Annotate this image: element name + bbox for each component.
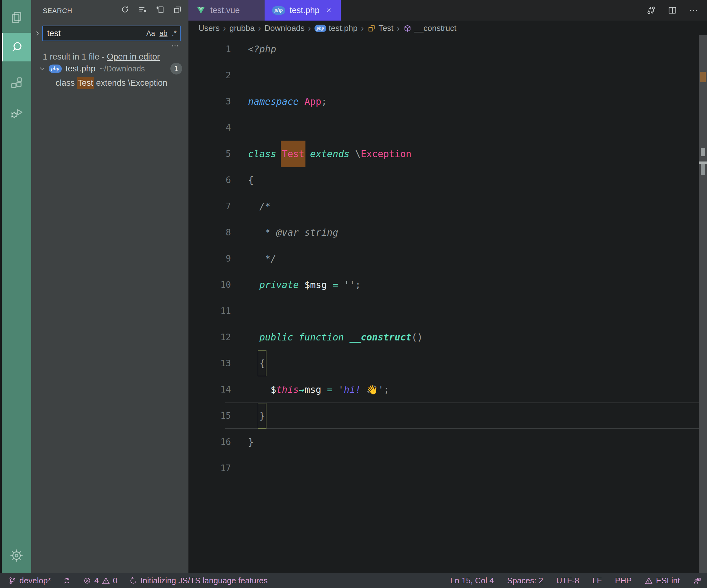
code-editor[interactable]: 1<?php23namespace App;45class Test exten… [189,36,707,481]
code-line-11[interactable]: 11 [189,298,707,324]
overview-mark [701,164,705,175]
line-number: 8 [189,227,231,237]
bracket-match: } [259,410,265,421]
status-cursor-position[interactable]: Ln 15, Col 4 [450,576,494,586]
breadcrumb-item-testphp[interactable]: phptest.php [314,24,358,33]
match-result-row[interactable]: class Test extends \Exception [31,76,189,90]
overview-cursor-line-mark [699,161,707,164]
file-result-row[interactable]: php test.php ~/Downloads 1 [31,62,189,75]
breadcrumb-separator-icon: › [223,24,227,33]
activity-bar-item-settings[interactable] [2,541,31,570]
status-eslint[interactable]: ESLint [645,576,680,586]
status-label: PHP [615,576,632,586]
code-line-16[interactable]: 16} [189,429,707,455]
code-line-17[interactable]: 17 [189,455,707,481]
overview-search-match-mark [700,72,706,82]
open-changes-icon[interactable] [646,5,656,15]
code-line-2[interactable]: 2 [189,62,707,88]
close-icon[interactable] [325,6,333,15]
line-number: 17 [189,463,231,473]
code-line-10[interactable]: 10 private $msg = ''; [189,271,707,298]
result-count-badge: 1 [170,63,182,75]
status-problems[interactable]: 40 [83,576,117,586]
line-number: 7 [189,201,231,211]
debug-icon [9,106,24,120]
code-line-8[interactable]: 8 * @var string [189,219,707,245]
method-sym-icon [403,24,412,33]
clear-search-results-icon[interactable] [137,4,148,15]
match-whole-word-toggle[interactable]: ab [160,29,168,38]
status-feedback[interactable] [693,577,701,585]
line-number: 4 [189,122,231,133]
code-line-14[interactable]: 14 $this→msg = 'hi! 👋'; [189,376,707,403]
code-line-5[interactable]: 5class Test extends \Exception [189,141,707,167]
code-line-4[interactable]: 4 [189,114,707,141]
more-actions-icon[interactable] [688,5,699,15]
class-sym-icon [367,24,376,33]
code-line-9[interactable]: 9 */ [189,245,707,271]
refresh-icon[interactable] [120,4,130,15]
code-line-7[interactable]: 7 /* [189,193,707,219]
open-in-editor-link[interactable]: Open in editor [107,52,160,62]
feedback-icon [693,577,701,585]
breadcrumb-item-construct[interactable]: __construct [403,24,456,33]
breadcrumb-item-Test[interactable]: Test [367,24,394,33]
branch-icon [8,577,16,585]
breadcrumb: Users›grubba›Downloads›phptest.php›Test›… [189,21,707,36]
results-summary: 1 result in 1 file - [43,52,107,62]
breadcrumb-item-Users[interactable]: Users [198,24,220,33]
status-eol[interactable]: LF [593,576,602,586]
sync-icon [63,577,71,585]
status-language-status[interactable]: Initializing JS/TS language features [129,576,268,586]
status-language-mode[interactable]: PHP [615,576,632,586]
status-label: Ln 15, Col 4 [450,576,494,586]
tab-test.php[interactable]: phptest.php [265,0,341,21]
status-indentation[interactable]: Spaces: 2 [507,576,543,586]
php-file-icon: php [49,65,62,73]
code-line-6[interactable]: 6{ [189,167,707,193]
breadcrumb-separator-icon: › [396,24,400,33]
bracket-match: { [259,358,265,369]
overview-mark [701,148,705,156]
use-regex-toggle[interactable]: .* [172,29,177,38]
search-input[interactable] [43,29,146,38]
code-line-3[interactable]: 3namespace App; [189,88,707,114]
status-label: develop* [19,576,51,586]
editor-scrollbar[interactable] [699,35,707,573]
code-line-13[interactable]: 13 { [189,350,707,376]
status-label: ESLint [656,576,680,586]
chevron-down-icon[interactable] [38,65,46,73]
line-number: 14 [189,384,231,395]
code-line-15[interactable]: 15 } [189,403,707,429]
code-text: /* [248,201,270,212]
activity-bar-item-run-debug[interactable] [2,99,31,127]
breadcrumb-item-grubba[interactable]: grubba [229,24,255,33]
activity-bar-item-search[interactable] [2,33,32,62]
status-label: UTF-8 [556,576,579,586]
status-sync[interactable] [63,577,71,585]
open-new-search-editor-icon[interactable] [155,4,165,15]
code-text: * @var string [248,227,338,238]
toggle-replace-chevron-icon[interactable] [34,28,42,39]
status-label: LF [593,576,602,586]
vue-file-icon [196,5,206,15]
line-number: 9 [189,254,231,264]
status-git-branch[interactable]: develop* [8,576,51,586]
collapse-all-icon[interactable] [172,4,183,15]
more-actions-icon[interactable] [170,42,181,50]
match-case-toggle[interactable]: Aa [146,29,155,38]
error-icon [83,577,92,585]
activity-bar-item-explorer[interactable] [2,3,31,32]
line-number: 15 [189,411,231,421]
activity-bar-item-extensions[interactable] [2,69,31,97]
tab-test.vue[interactable]: test.vue [189,0,265,21]
split-editor-icon[interactable] [667,5,678,15]
breadcrumb-item-Downloads[interactable]: Downloads [265,24,305,33]
status-encoding[interactable]: UTF-8 [556,576,579,586]
breadcrumb-separator-icon: › [360,24,364,33]
sidebar-title: SEARCH [43,7,72,15]
code-line-1[interactable]: 1<?php [189,36,707,62]
code-line-12[interactable]: 12 public function __construct() [189,324,707,350]
php-file-icon: php [272,6,285,15]
line-number: 16 [189,437,231,447]
